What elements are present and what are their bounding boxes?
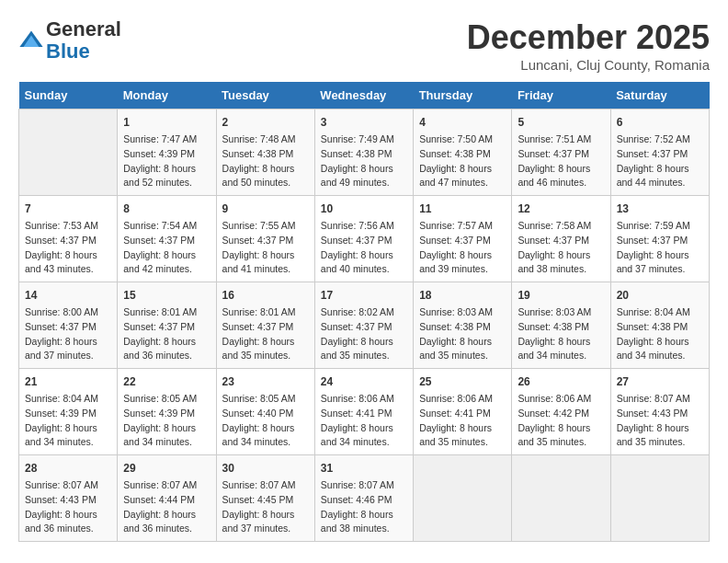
day-number: 21 (25, 373, 111, 390)
day-content: Sunrise: 7:50 AM Sunset: 4:38 PM Dayligh… (419, 132, 506, 190)
day-cell: 1Sunrise: 7:47 AM Sunset: 4:39 PM Daylig… (118, 109, 216, 196)
day-cell: 24Sunrise: 8:06 AM Sunset: 4:41 PM Dayli… (314, 369, 413, 455)
day-content: Sunrise: 7:53 AM Sunset: 4:37 PM Dayligh… (25, 219, 111, 277)
day-cell: 2Sunrise: 7:48 AM Sunset: 4:38 PM Daylig… (216, 109, 314, 196)
day-cell (414, 455, 512, 542)
day-cell: 7Sunrise: 7:53 AM Sunset: 4:37 PM Daylig… (19, 196, 118, 282)
day-content: Sunrise: 8:07 AM Sunset: 4:43 PM Dayligh… (617, 392, 703, 450)
day-cell: 3Sunrise: 7:49 AM Sunset: 4:38 PM Daylig… (314, 109, 413, 196)
day-content: Sunrise: 8:06 AM Sunset: 4:41 PM Dayligh… (419, 392, 506, 450)
logo-blue: Blue (46, 40, 90, 63)
day-content: Sunrise: 7:52 AM Sunset: 4:37 PM Dayligh… (617, 132, 703, 190)
col-header-saturday: Saturday (610, 82, 709, 109)
day-content: Sunrise: 7:57 AM Sunset: 4:37 PM Dayligh… (419, 219, 506, 277)
day-content: Sunrise: 7:51 AM Sunset: 4:37 PM Dayligh… (518, 132, 604, 190)
day-content: Sunrise: 8:06 AM Sunset: 4:41 PM Dayligh… (321, 392, 407, 450)
day-number: 30 (222, 460, 309, 477)
day-content: Sunrise: 7:55 AM Sunset: 4:37 PM Dayligh… (222, 219, 309, 277)
day-number: 20 (617, 287, 703, 304)
logo-icon (18, 28, 44, 53)
col-header-sunday: Sunday (19, 82, 118, 109)
location: Luncani, Cluj County, Romania (467, 57, 710, 73)
day-content: Sunrise: 7:56 AM Sunset: 4:37 PM Dayligh… (321, 219, 407, 277)
day-cell: 8Sunrise: 7:54 AM Sunset: 4:37 PM Daylig… (118, 196, 216, 282)
day-number: 23 (222, 373, 309, 390)
day-cell: 23Sunrise: 8:05 AM Sunset: 4:40 PM Dayli… (216, 369, 314, 455)
day-content: Sunrise: 8:05 AM Sunset: 4:39 PM Dayligh… (123, 392, 210, 450)
day-content: Sunrise: 8:02 AM Sunset: 4:37 PM Dayligh… (321, 305, 407, 363)
day-cell: 16Sunrise: 8:01 AM Sunset: 4:37 PM Dayli… (216, 282, 314, 369)
day-content: Sunrise: 8:00 AM Sunset: 4:37 PM Dayligh… (25, 305, 111, 363)
calendar-header-row: SundayMondayTuesdayWednesdayThursdayFrid… (19, 82, 710, 109)
day-number: 28 (25, 460, 111, 477)
day-cell: 25Sunrise: 8:06 AM Sunset: 4:41 PM Dayli… (414, 369, 512, 455)
day-number: 16 (222, 287, 309, 304)
day-number: 3 (321, 114, 407, 131)
day-number: 19 (518, 287, 604, 304)
day-content: Sunrise: 7:49 AM Sunset: 4:38 PM Dayligh… (321, 132, 407, 190)
week-row-3: 14Sunrise: 8:00 AM Sunset: 4:37 PM Dayli… (19, 282, 710, 369)
day-cell: 28Sunrise: 8:07 AM Sunset: 4:43 PM Dayli… (19, 455, 118, 542)
day-cell: 5Sunrise: 7:51 AM Sunset: 4:37 PM Daylig… (512, 109, 610, 196)
day-cell: 21Sunrise: 8:04 AM Sunset: 4:39 PM Dayli… (19, 369, 118, 455)
day-content: Sunrise: 7:59 AM Sunset: 4:37 PM Dayligh… (617, 219, 703, 277)
day-cell: 9Sunrise: 7:55 AM Sunset: 4:37 PM Daylig… (216, 196, 314, 282)
day-cell: 31Sunrise: 8:07 AM Sunset: 4:46 PM Dayli… (314, 455, 413, 542)
day-number: 10 (321, 201, 407, 217)
day-content: Sunrise: 8:07 AM Sunset: 4:45 PM Dayligh… (222, 478, 309, 536)
col-header-tuesday: Tuesday (216, 82, 314, 109)
day-cell: 27Sunrise: 8:07 AM Sunset: 4:43 PM Dayli… (610, 369, 709, 455)
day-number: 15 (123, 287, 210, 304)
day-content: Sunrise: 8:03 AM Sunset: 4:38 PM Dayligh… (419, 305, 506, 363)
day-cell (610, 455, 709, 542)
day-number: 18 (419, 287, 506, 304)
day-content: Sunrise: 7:54 AM Sunset: 4:37 PM Dayligh… (123, 219, 210, 277)
week-row-5: 28Sunrise: 8:07 AM Sunset: 4:43 PM Dayli… (19, 455, 710, 542)
day-content: Sunrise: 8:01 AM Sunset: 4:37 PM Dayligh… (123, 305, 210, 363)
day-content: Sunrise: 8:07 AM Sunset: 4:46 PM Dayligh… (321, 478, 407, 536)
day-number: 2 (222, 114, 309, 131)
col-header-thursday: Thursday (414, 82, 512, 109)
day-number: 7 (25, 201, 111, 217)
day-content: Sunrise: 8:07 AM Sunset: 4:43 PM Dayligh… (25, 478, 111, 536)
day-content: Sunrise: 8:07 AM Sunset: 4:44 PM Dayligh… (123, 478, 210, 536)
day-cell: 20Sunrise: 8:04 AM Sunset: 4:38 PM Dayli… (610, 282, 709, 369)
day-cell: 12Sunrise: 7:58 AM Sunset: 4:37 PM Dayli… (512, 196, 610, 282)
day-number: 25 (419, 373, 506, 390)
day-cell: 30Sunrise: 8:07 AM Sunset: 4:45 PM Dayli… (216, 455, 314, 542)
day-content: Sunrise: 8:03 AM Sunset: 4:38 PM Dayligh… (518, 305, 604, 363)
day-cell: 26Sunrise: 8:06 AM Sunset: 4:42 PM Dayli… (512, 369, 610, 455)
day-content: Sunrise: 8:04 AM Sunset: 4:38 PM Dayligh… (617, 305, 703, 363)
page-header: General Blue December 2025 Luncani, Cluj… (18, 18, 710, 73)
day-number: 1 (123, 114, 210, 131)
day-content: Sunrise: 8:04 AM Sunset: 4:39 PM Dayligh… (25, 392, 111, 450)
day-cell: 19Sunrise: 8:03 AM Sunset: 4:38 PM Dayli… (512, 282, 610, 369)
day-cell (512, 455, 610, 542)
month-title: December 2025 (467, 18, 710, 57)
day-number: 24 (321, 373, 407, 390)
day-content: Sunrise: 7:58 AM Sunset: 4:37 PM Dayligh… (518, 219, 604, 277)
day-cell: 6Sunrise: 7:52 AM Sunset: 4:37 PM Daylig… (610, 109, 709, 196)
day-number: 26 (518, 373, 604, 390)
day-cell (19, 109, 118, 196)
day-content: Sunrise: 8:05 AM Sunset: 4:40 PM Dayligh… (222, 392, 309, 450)
day-cell: 14Sunrise: 8:00 AM Sunset: 4:37 PM Dayli… (19, 282, 118, 369)
day-cell: 17Sunrise: 8:02 AM Sunset: 4:37 PM Dayli… (314, 282, 413, 369)
day-cell: 13Sunrise: 7:59 AM Sunset: 4:37 PM Dayli… (610, 196, 709, 282)
day-number: 11 (419, 201, 506, 217)
day-cell: 11Sunrise: 7:57 AM Sunset: 4:37 PM Dayli… (414, 196, 512, 282)
day-cell: 15Sunrise: 8:01 AM Sunset: 4:37 PM Dayli… (118, 282, 216, 369)
week-row-4: 21Sunrise: 8:04 AM Sunset: 4:39 PM Dayli… (19, 369, 710, 455)
logo-text: General Blue (46, 18, 121, 63)
day-number: 17 (321, 287, 407, 304)
day-number: 27 (617, 373, 703, 390)
day-cell: 18Sunrise: 8:03 AM Sunset: 4:38 PM Dayli… (414, 282, 512, 369)
week-row-2: 7Sunrise: 7:53 AM Sunset: 4:37 PM Daylig… (19, 196, 710, 282)
day-number: 29 (123, 460, 210, 477)
col-header-friday: Friday (512, 82, 610, 109)
title-block: December 2025 Luncani, Cluj County, Roma… (467, 18, 710, 73)
day-content: Sunrise: 7:47 AM Sunset: 4:39 PM Dayligh… (123, 132, 210, 190)
day-cell: 4Sunrise: 7:50 AM Sunset: 4:38 PM Daylig… (414, 109, 512, 196)
logo-general: General (46, 17, 121, 40)
day-number: 31 (321, 460, 407, 477)
